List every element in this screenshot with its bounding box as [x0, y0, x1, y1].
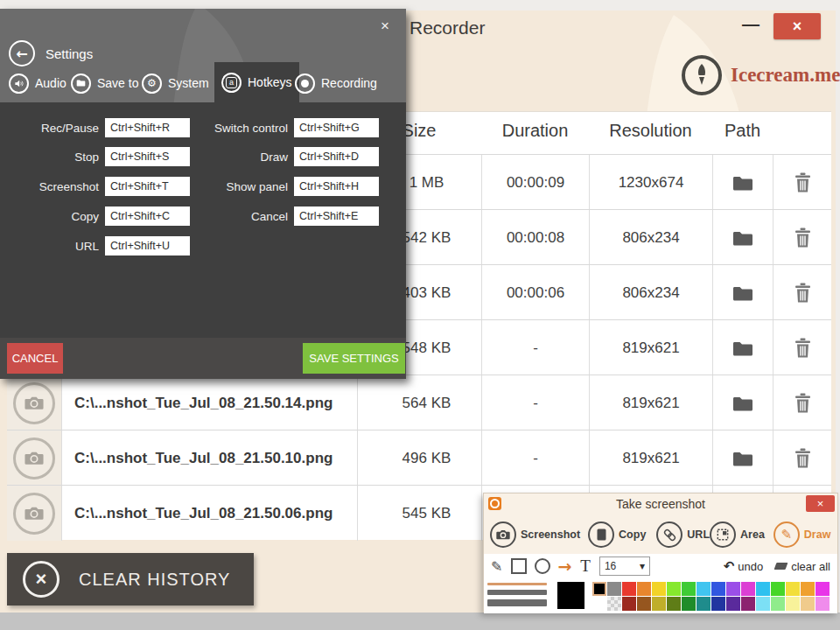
delete-button[interactable]	[773, 375, 831, 430]
color-swatch[interactable]	[741, 597, 755, 611]
line-thickness-option[interactable]	[487, 590, 547, 595]
line-thickness-option[interactable]	[487, 599, 547, 606]
area-button[interactable]: Area	[710, 522, 765, 548]
brand-logo: Icecream.me	[682, 55, 840, 95]
hotkey-label: Draw	[189, 150, 288, 164]
delete-button[interactable]	[773, 320, 831, 375]
draw-toolbar: ✎ → T 16 ▾ ↶ undo clear all	[484, 554, 837, 578]
color-swatch[interactable]	[801, 597, 815, 611]
color-swatch[interactable]	[726, 597, 740, 611]
hotkey-label: URL	[0, 240, 99, 253]
color-swatch[interactable]	[667, 597, 681, 611]
open-folder-button[interactable]	[712, 320, 773, 375]
delete-button[interactable]	[773, 265, 831, 320]
clear-history-button[interactable]: × CLEAR HISTORY	[7, 553, 254, 606]
line-thickness-option[interactable]	[487, 583, 547, 585]
color-swatch[interactable]	[756, 582, 770, 596]
record-icon	[295, 74, 315, 94]
brand-name: Icecream.me	[731, 64, 840, 87]
url-button[interactable]: URL	[656, 522, 710, 548]
hotkey-input-rec-pause[interactable]	[105, 118, 190, 137]
color-swatch[interactable]	[786, 582, 800, 596]
color-swatch[interactable]	[667, 582, 681, 596]
color-swatch[interactable]	[741, 582, 755, 596]
color-swatch[interactable]	[711, 597, 725, 611]
text-tool[interactable]: T	[580, 556, 591, 576]
open-folder-button[interactable]	[712, 265, 773, 320]
color-palette-row	[592, 597, 830, 611]
undo-button[interactable]: ↶ undo	[724, 558, 764, 574]
tab-recording[interactable]: Recording	[295, 73, 377, 94]
color-swatch[interactable]	[696, 597, 710, 611]
hotkey-label: Screenshot	[0, 180, 99, 193]
color-swatch[interactable]	[592, 582, 606, 596]
taskbar	[0, 612, 840, 630]
column-header-path: Path	[712, 121, 773, 141]
tab-label: System	[168, 76, 209, 90]
color-swatch[interactable]	[801, 582, 815, 596]
hotkey-input-url[interactable]	[105, 236, 190, 256]
color-swatch[interactable]	[726, 582, 740, 596]
clear-all-button[interactable]: clear all	[775, 560, 830, 573]
color-swatch[interactable]	[816, 597, 830, 611]
open-folder-button[interactable]	[712, 210, 773, 265]
ellipse-tool[interactable]	[535, 558, 550, 574]
font-size-value: 16	[605, 560, 616, 572]
table-row: C:\...nshot_Tue_Jul_08_21.50.10.png 496 …	[7, 430, 831, 486]
chevron-down-icon: ▾	[640, 560, 645, 572]
color-swatch[interactable]	[756, 597, 770, 611]
tab-save-to[interactable]: Save to	[71, 73, 138, 94]
color-swatch[interactable]	[622, 597, 636, 611]
screenshot-button[interactable]: Screenshot	[490, 522, 580, 548]
delete-button[interactable]	[773, 210, 831, 265]
arrow-tool[interactable]: →	[557, 556, 571, 576]
color-swatch[interactable]	[771, 597, 785, 611]
delete-button[interactable]	[773, 430, 831, 486]
rectangle-tool[interactable]	[511, 558, 527, 574]
open-folder-button[interactable]	[712, 155, 773, 210]
tab-hotkeys[interactable]: a Hotkeys	[214, 62, 299, 102]
color-swatch[interactable]	[652, 582, 666, 596]
hotkey-input-stop[interactable]	[105, 147, 190, 166]
color-swatch[interactable]	[786, 597, 800, 611]
color-swatch[interactable]	[682, 597, 696, 611]
save-settings-button[interactable]: SAVE SETTINGS	[303, 343, 405, 374]
hotkey-input-screenshot[interactable]	[105, 177, 190, 196]
draw-button[interactable]: ✎ Draw	[774, 522, 831, 548]
color-swatch[interactable]	[771, 582, 785, 596]
color-swatch[interactable]	[622, 582, 636, 596]
cancel-button[interactable]: CANCEL	[7, 343, 63, 374]
font-size-dropdown[interactable]: 16 ▾	[599, 556, 650, 576]
color-swatch[interactable]	[816, 582, 830, 596]
hotkey-input-copy[interactable]	[105, 206, 190, 226]
panel-titlebar: Take screenshot ×	[484, 494, 837, 515]
color-swatch[interactable]	[592, 597, 606, 611]
open-folder-button[interactable]	[712, 375, 773, 430]
hotkey-input-show-panel[interactable]	[294, 177, 379, 196]
color-swatch[interactable]	[711, 582, 725, 596]
pencil-tool[interactable]: ✎	[491, 558, 502, 575]
dialog-close-icon[interactable]: ×	[376, 18, 394, 35]
color-swatch[interactable]	[637, 597, 651, 611]
panel-close-button[interactable]: ×	[806, 495, 835, 512]
hotkey-input-cancel[interactable]	[294, 206, 379, 226]
color-swatch[interactable]	[607, 597, 621, 611]
close-button[interactable]: ×	[774, 13, 821, 39]
open-folder-button[interactable]	[712, 430, 773, 486]
hotkey-input-draw[interactable]	[294, 147, 379, 166]
tab-system[interactable]: ⚙ System	[142, 73, 209, 94]
color-swatch[interactable]	[652, 597, 666, 611]
color-swatch[interactable]	[637, 582, 651, 596]
tab-audio[interactable]: Audio	[9, 73, 66, 94]
hotkey-input-switch-control[interactable]	[294, 118, 379, 137]
delete-button[interactable]	[773, 155, 831, 210]
color-swatch[interactable]	[682, 582, 696, 596]
copy-button[interactable]: Copy	[588, 522, 646, 548]
color-swatch[interactable]	[607, 582, 621, 596]
pencil-icon: ✎	[774, 522, 800, 548]
minimize-button[interactable]: —	[739, 12, 762, 35]
gear-icon: ⚙	[142, 74, 162, 94]
color-swatch[interactable]	[696, 582, 710, 596]
file-path: C:\...nshot_Tue_Jul_08_21.50.14.png	[61, 375, 357, 430]
current-color-swatch[interactable]	[557, 582, 584, 609]
